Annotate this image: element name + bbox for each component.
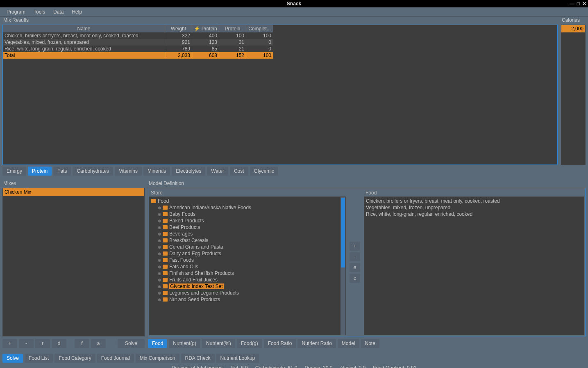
menu-tools[interactable]: Tools: [30, 8, 49, 16]
remove-food-button[interactable]: -: [350, 252, 360, 261]
folder-icon: [163, 238, 168, 242]
e-button[interactable]: e: [350, 263, 360, 272]
table-row[interactable]: Rice, white, long-grain, regular, enrich…: [3, 46, 273, 52]
model-tab-foodg[interactable]: Food(g): [237, 339, 262, 348]
model-tab-foodratio[interactable]: Food Ratio: [264, 339, 296, 348]
titlebar: Snack — □ ✕: [0, 0, 588, 7]
menu-help[interactable]: Help: [68, 8, 86, 16]
mix-results-panel: Name Weight ⚡ Protein Protein Complet...…: [2, 25, 558, 165]
model-tab-note[interactable]: Note: [361, 339, 379, 348]
menubar: Program Tools Data Help: [0, 7, 588, 16]
bottom-tab-mix-comparison[interactable]: Mix Comparison: [136, 354, 179, 363]
col-weight[interactable]: Weight: [165, 25, 192, 32]
model-label: Model Definition: [148, 180, 586, 188]
mix-r-button[interactable]: r: [35, 339, 50, 348]
tree-item[interactable]: ⊕Legumes and Legume Products: [151, 290, 340, 296]
tab-vitamins[interactable]: Vitamins: [115, 167, 142, 176]
mix-add-button[interactable]: +: [2, 339, 17, 348]
minimize-icon[interactable]: —: [570, 1, 574, 7]
tree-item[interactable]: ⊕Baby Foods: [151, 211, 340, 217]
tree-item[interactable]: ⊕Baked Products: [151, 217, 340, 224]
status-protein: Protein: 30.0: [304, 365, 332, 368]
close-icon[interactable]: ✕: [582, 1, 586, 7]
model-tab-nutrient[interactable]: Nutrient(%): [202, 339, 235, 348]
tab-fats[interactable]: Fats: [53, 167, 71, 176]
statusbar: Per cent of total energy: Fat: 8.0 Carbo…: [0, 363, 588, 368]
calories-box: 2,000: [561, 25, 586, 165]
folder-icon: [163, 258, 168, 262]
folder-icon: [151, 199, 156, 203]
table-row-total: Total2,033608152100: [3, 52, 273, 59]
mixes-list[interactable]: Chicken Mix: [2, 188, 145, 336]
folder-icon: [163, 232, 168, 236]
tree-item[interactable]: ⊕Fats and Oils: [151, 263, 340, 270]
model-tab-model[interactable]: Model: [338, 339, 359, 348]
menu-data[interactable]: Data: [49, 8, 68, 16]
bottom-tab-food-list[interactable]: Food List: [25, 354, 53, 363]
store-label: Store: [149, 189, 346, 197]
mix-a-button[interactable]: a: [91, 339, 106, 348]
status-fq: Food Quotient: 0.92: [373, 365, 416, 368]
tab-minerals[interactable]: Minerals: [143, 167, 170, 176]
tab-energy[interactable]: Energy: [2, 167, 26, 176]
c-button[interactable]: c: [350, 274, 360, 283]
table-row[interactable]: Vegetables, mixed, frozen, unprepared921…: [3, 39, 273, 46]
model-tab-nutrientg[interactable]: Nutrient(g): [169, 339, 200, 348]
folder-icon: [163, 206, 168, 210]
col-kprotein[interactable]: ⚡ Protein: [192, 25, 219, 32]
mix-d-button[interactable]: d: [52, 339, 66, 348]
folder-icon: [163, 291, 168, 295]
table-row[interactable]: Chicken, broilers or fryers, breast, mea…: [3, 32, 273, 39]
folder-icon: [163, 265, 168, 269]
bottom-tab-rda-check[interactable]: RDA Check: [181, 354, 215, 363]
add-food-button[interactable]: +: [350, 242, 360, 251]
folder-icon: [163, 278, 168, 282]
food-list[interactable]: Chicken, broilers or fryers, breast, mea…: [364, 197, 584, 335]
model-tab-nutrientratio[interactable]: Nutrient Ratio: [297, 339, 336, 348]
tree-item[interactable]: ⊕Dairy and Egg Products: [151, 250, 340, 257]
tab-cost[interactable]: Cost: [230, 167, 248, 176]
tree-item[interactable]: ⊕Breakfast Cereals: [151, 237, 340, 244]
mix-remove-button[interactable]: -: [19, 339, 34, 348]
col-protein[interactable]: Protein: [219, 25, 246, 32]
bottom-tab-food-category[interactable]: Food Category: [54, 354, 95, 363]
folder-icon: [163, 219, 168, 223]
food-item[interactable]: Chicken, broilers or fryers, breast, mea…: [366, 198, 582, 204]
bottom-tab-food-journal[interactable]: Food Journal: [97, 354, 134, 363]
tree-item[interactable]: ⊕American Indian/Alaska Native Foods: [151, 204, 340, 211]
tree-root[interactable]: Food: [151, 198, 340, 204]
tab-water[interactable]: Water: [207, 167, 228, 176]
maximize-icon[interactable]: □: [577, 1, 580, 7]
bottom-tab-solve[interactable]: Solve: [2, 354, 23, 363]
model-tab-food[interactable]: Food: [148, 339, 167, 348]
tab-protein[interactable]: Protein: [28, 167, 52, 176]
col-name[interactable]: Name: [3, 25, 165, 32]
tree-scrollbar[interactable]: [341, 197, 345, 335]
col-complete[interactable]: Complet...: [246, 25, 273, 32]
tab-glycemic[interactable]: Glycemic: [250, 167, 278, 176]
mix-item[interactable]: Chicken Mix: [3, 188, 144, 196]
folder-icon: [163, 245, 168, 249]
status-alcohol: Alcohol: 0.0: [340, 365, 366, 368]
tree-scrollbar-thumb[interactable]: [341, 198, 345, 267]
tree-item[interactable]: ⊕Cereal Grains and Pasta: [151, 244, 340, 250]
tab-carbohydrates[interactable]: Carbohydrates: [73, 167, 113, 176]
tree-item[interactable]: ⊕Beverages: [151, 231, 340, 237]
store-tree[interactable]: Food⊕American Indian/Alaska Native Foods…: [149, 197, 346, 335]
window-title: Snack: [287, 1, 301, 7]
mix-f-button[interactable]: f: [75, 339, 89, 348]
tree-item[interactable]: ⊕Beef Products: [151, 224, 340, 231]
bottom-tab-nutrient-lookup[interactable]: Nutrient Lookup: [216, 354, 259, 363]
solve-button[interactable]: Solve: [118, 339, 145, 348]
tree-item[interactable]: ⊕Fruits and Fruit Juices: [151, 277, 340, 283]
tree-item[interactable]: ⊕Glycemic Index Test Set: [151, 283, 340, 290]
menu-program[interactable]: Program: [2, 8, 30, 16]
status-carb: Carbohydrate: 61.0: [255, 365, 297, 368]
food-item[interactable]: Vegetables, mixed, frozen, unprepared: [366, 204, 582, 211]
tree-item[interactable]: ⊕Fast Foods: [151, 257, 340, 263]
tab-electrolytes[interactable]: Electrolytes: [172, 167, 205, 176]
status-fat: Fat: 8.0: [231, 365, 248, 368]
food-item[interactable]: Rice, white, long-grain, regular, enrich…: [366, 211, 582, 217]
tree-item[interactable]: ⊕Nut and Seed Products: [151, 296, 340, 303]
tree-item[interactable]: ⊕Finfish and Shellfish Products: [151, 270, 340, 277]
